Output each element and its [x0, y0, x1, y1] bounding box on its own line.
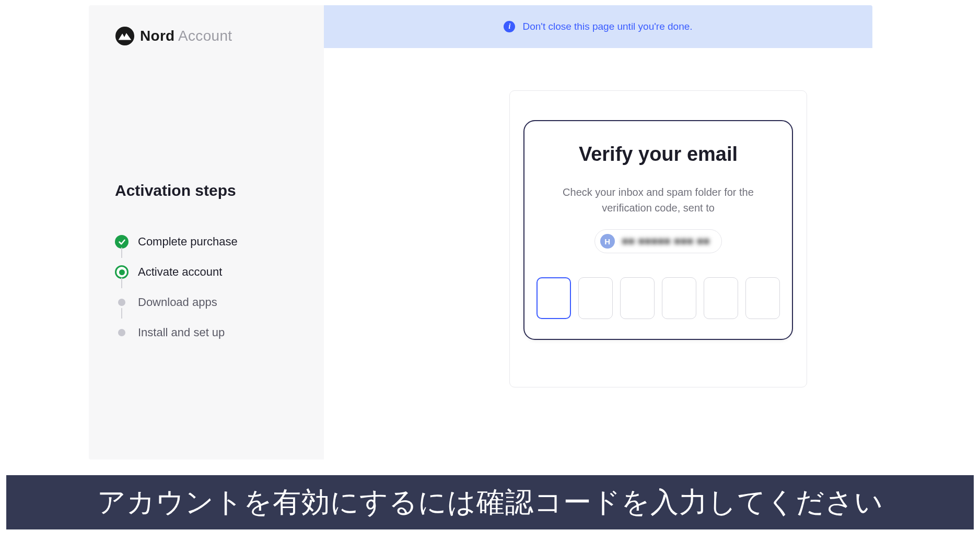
step-install-setup: Install and set up: [115, 317, 298, 348]
step-list: Complete purchase Activate account Downl…: [115, 227, 298, 348]
code-digit-1[interactable]: [536, 277, 571, 319]
brand-logo: Nord Account: [115, 26, 298, 46]
step-download-apps: Download apps: [115, 287, 298, 317]
verify-title: Verify your email: [544, 143, 772, 166]
code-digit-6[interactable]: [745, 277, 780, 319]
code-digit-3[interactable]: [620, 277, 655, 319]
avatar: H: [600, 234, 615, 249]
dot-icon: [118, 299, 125, 306]
caption-bar: アカウントを有効にするには確認コードを入力してください: [5, 474, 975, 531]
info-banner-text: Don't close this page until you're done.: [522, 21, 692, 32]
app-container: Nord Account Activation steps Complete p…: [89, 5, 872, 459]
activation-steps: Activation steps Complete purchase Activ…: [115, 182, 298, 348]
code-digit-2[interactable]: [578, 277, 613, 319]
step-label: Complete purchase: [138, 235, 238, 249]
info-banner: i Don't close this page until you're don…: [324, 5, 872, 48]
radio-active-icon: [115, 265, 129, 279]
main-content: i Don't close this page until you're don…: [324, 5, 872, 459]
dot-icon: [118, 329, 125, 336]
step-label: Activate account: [138, 265, 222, 279]
check-circle-icon: [115, 235, 129, 249]
step-activate-account: Activate account: [115, 257, 298, 287]
mountain-icon: [115, 26, 135, 46]
step-label: Install and set up: [138, 326, 225, 339]
step-label: Download apps: [138, 296, 217, 309]
code-digit-4[interactable]: [662, 277, 696, 319]
caption-text: アカウントを有効にするには確認コードを入力してください: [97, 484, 883, 522]
steps-title: Activation steps: [115, 182, 298, 199]
verify-subtitle: Check your inbox and spam folder for the…: [544, 184, 772, 216]
email-pill: H ■■ ■■■■■ ■■■ ■■: [594, 229, 722, 253]
verify-email-card: Verify your email Check your inbox and s…: [523, 120, 793, 340]
sidebar: Nord Account Activation steps Complete p…: [89, 5, 324, 459]
brand-name: Nord Account: [140, 28, 232, 44]
step-complete-purchase: Complete purchase: [115, 227, 298, 257]
verification-code-inputs: [544, 277, 772, 319]
info-icon: i: [504, 21, 515, 32]
verify-card-wrapper: Verify your email Check your inbox and s…: [509, 90, 807, 387]
code-digit-5[interactable]: [704, 277, 738, 319]
email-masked: ■■ ■■■■■ ■■■ ■■: [622, 235, 710, 247]
